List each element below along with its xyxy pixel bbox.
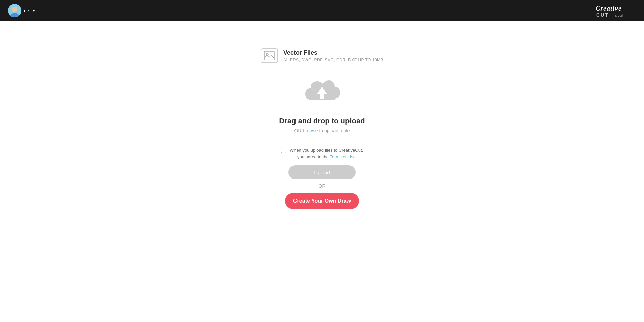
- terms-checkbox[interactable]: [281, 148, 286, 153]
- terms-text-mid: you agree to the: [297, 154, 330, 159]
- terms-checkbox-row: When you upload files to CreativeCut, yo…: [281, 147, 363, 160]
- drag-drop-suffix: to upload a file: [318, 128, 350, 133]
- vector-file-text: Vector Files AI, EPS, DWG, PDF, SVG, CDR…: [283, 49, 383, 62]
- create-draw-button[interactable]: Create Your Own Draw: [285, 193, 359, 209]
- terms-of-use-link[interactable]: Terms of Use: [330, 154, 356, 159]
- svg-rect-7: [264, 51, 274, 60]
- upload-area[interactable]: Drag and drop to upload OR browse to upl…: [279, 76, 365, 133]
- logo: Creative CUT co.il: [596, 3, 636, 18]
- vector-files-info: Vector Files AI, EPS, DWG, PDF, SVG, CDR…: [261, 48, 383, 63]
- terms-text-before: When you upload files to CreativeCut,: [290, 148, 363, 153]
- terms-area: When you upload files to CreativeCut, yo…: [281, 147, 363, 160]
- or-separator: OR: [319, 183, 326, 189]
- vector-files-formats: AI, EPS, DWG, PDF, SVG, CDR, DXF UP TO 1…: [283, 58, 383, 62]
- vector-files-title: Vector Files: [283, 49, 383, 56]
- svg-text:CUT: CUT: [596, 12, 609, 18]
- svg-point-3: [12, 7, 17, 12]
- drag-drop-title: Drag and drop to upload: [279, 117, 365, 125]
- upload-button[interactable]: Upload: [288, 165, 356, 179]
- terms-text: When you upload files to CreativeCut, yo…: [290, 147, 363, 160]
- app-header: r z ▾ Creative CUT co.il: [0, 0, 644, 21]
- logo-svg: Creative CUT co.il: [596, 3, 636, 18]
- main-content: Vector Files AI, EPS, DWG, PDF, SVG, CDR…: [0, 21, 644, 322]
- drag-drop-subtitle: OR browse to upload a file: [294, 128, 350, 133]
- svg-text:co.il: co.il: [615, 13, 624, 17]
- header-left: r z ▾: [8, 4, 35, 17]
- user-dropdown-arrow[interactable]: ▾: [33, 9, 35, 13]
- svg-text:Creative: Creative: [596, 5, 622, 12]
- user-name-label: r z: [24, 8, 30, 13]
- cloud-upload-icon: [302, 76, 342, 110]
- drag-drop-prefix: OR: [294, 128, 303, 133]
- vector-file-icon: [261, 48, 278, 63]
- browse-link[interactable]: browse: [303, 128, 318, 133]
- avatar[interactable]: [8, 4, 21, 17]
